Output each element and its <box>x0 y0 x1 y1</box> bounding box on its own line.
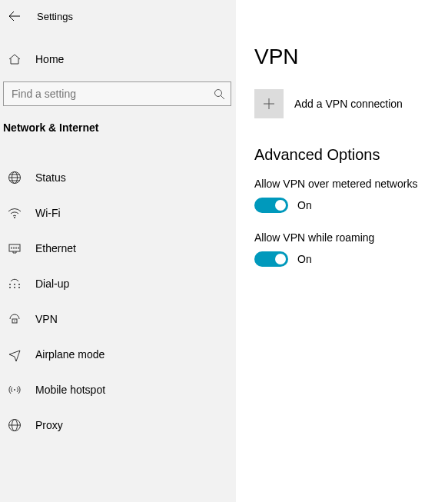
search-icon <box>207 88 231 100</box>
sidebar: Settings Home Network & Internet Status … <box>0 0 236 502</box>
sidebar-item-dialup[interactable]: Dial-up <box>0 266 236 301</box>
advanced-heading: Advanced Options <box>254 146 448 164</box>
setting-metered: Allow VPN over metered networks On <box>254 178 448 213</box>
svg-point-0 <box>214 89 221 96</box>
nav-label: Dial-up <box>35 278 69 290</box>
page-title: VPN <box>254 45 448 69</box>
sidebar-item-wifi[interactable]: Wi-Fi <box>0 195 236 231</box>
setting-label: Allow VPN while roaming <box>254 231 448 244</box>
toggle-row: On <box>254 251 448 267</box>
sidebar-item-airplane[interactable]: Airplane mode <box>0 337 236 372</box>
airplane-icon <box>8 347 22 361</box>
toggle-state: On <box>297 199 312 211</box>
svg-point-8 <box>14 287 15 288</box>
sidebar-item-ethernet[interactable]: Ethernet <box>0 231 236 266</box>
svg-point-3 <box>14 217 15 218</box>
main-panel: VPN Add a VPN connection Advanced Option… <box>236 0 448 502</box>
vpn-icon <box>8 312 22 326</box>
hotspot-icon <box>8 383 22 397</box>
toggle-row: On <box>254 198 448 213</box>
nav-label: Proxy <box>35 419 63 431</box>
search-input[interactable] <box>4 88 207 100</box>
sidebar-item-hotspot[interactable]: Mobile hotspot <box>0 372 236 407</box>
svg-point-7 <box>14 284 15 285</box>
svg-point-9 <box>18 284 20 285</box>
sidebar-item-status[interactable]: Status <box>0 160 236 195</box>
toggle-knob <box>275 200 286 211</box>
toggle-state: On <box>297 253 312 265</box>
dialup-icon <box>8 277 22 291</box>
nav-label: Ethernet <box>35 242 76 254</box>
toggle-knob <box>275 254 286 264</box>
toggle-roaming[interactable] <box>254 251 288 267</box>
home-label: Home <box>35 53 64 65</box>
wifi-icon <box>8 206 22 220</box>
ethernet-icon <box>8 241 22 255</box>
toggle-metered[interactable] <box>254 198 288 213</box>
home-nav[interactable]: Home <box>0 45 236 74</box>
svg-point-12 <box>14 321 15 322</box>
svg-point-13 <box>14 389 15 391</box>
setting-label: Allow VPN over metered networks <box>254 178 448 190</box>
back-icon[interactable] <box>8 9 22 23</box>
proxy-icon <box>8 418 22 432</box>
home-icon <box>8 52 22 66</box>
nav-label: VPN <box>35 313 58 325</box>
nav-label: Mobile hotspot <box>35 384 105 396</box>
header: Settings <box>0 0 236 32</box>
add-vpn-button[interactable]: Add a VPN connection <box>254 89 448 118</box>
search-box[interactable] <box>3 81 231 106</box>
nav-label: Airplane mode <box>35 348 105 361</box>
sidebar-item-proxy[interactable]: Proxy <box>0 407 236 443</box>
app-title: Settings <box>37 11 73 22</box>
svg-point-6 <box>9 287 11 288</box>
svg-point-5 <box>9 284 11 285</box>
section-label: Network & Internet <box>0 117 236 138</box>
nav-label: Wi-Fi <box>35 207 61 219</box>
plus-icon <box>254 89 284 118</box>
svg-point-10 <box>18 287 20 288</box>
nav-label: Status <box>35 171 66 184</box>
setting-roaming: Allow VPN while roaming On <box>254 231 448 267</box>
add-vpn-label: Add a VPN connection <box>294 98 403 110</box>
globe-icon <box>8 171 22 185</box>
sidebar-item-vpn[interactable]: VPN <box>0 301 236 337</box>
